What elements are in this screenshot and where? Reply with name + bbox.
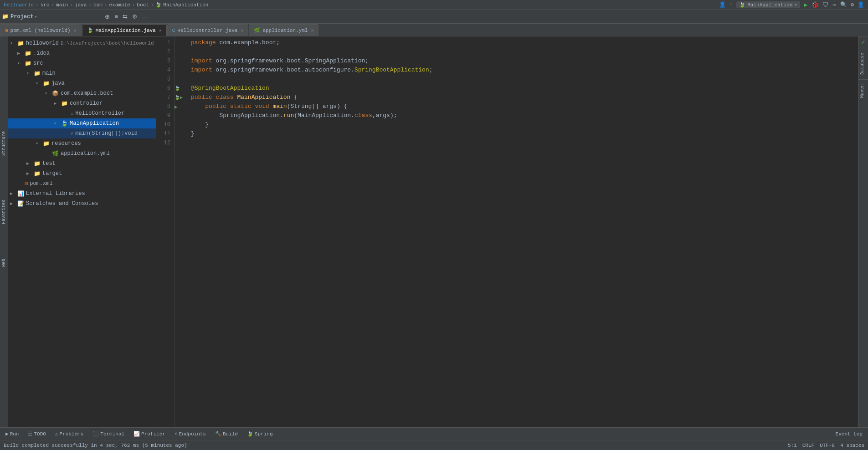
run-config-selector[interactable]: 🍃 MainApplication ▾ xyxy=(736,1,800,8)
tab-pom[interactable]: m pom.xml (helloworld) ✕ xyxy=(0,24,82,36)
endpoints-button[interactable]: ⚡ Endpoints xyxy=(173,430,208,438)
terminal-button[interactable]: ⬛ Terminal xyxy=(91,430,126,438)
project-label: Project xyxy=(10,14,33,20)
database-tab[interactable]: Database xyxy=(858,48,868,79)
fold-gutter-10[interactable]: — xyxy=(175,120,184,129)
breadcrumb-src[interactable]: src xyxy=(41,2,50,8)
maven-tab[interactable]: Maven xyxy=(858,79,868,102)
tree-item-target[interactable]: ▶ 📁 target xyxy=(8,169,156,179)
run-button[interactable]: ▶ xyxy=(804,1,807,9)
coverage-button[interactable]: 🛡 xyxy=(822,1,829,9)
tree-item-src[interactable]: ▾ 📁 src xyxy=(8,58,156,68)
breadcrumb-boot[interactable]: boot xyxy=(137,2,149,8)
tree-item-extlibs[interactable]: ▶ 📊 External Libraries xyxy=(8,189,156,199)
tab-hello[interactable]: C HelloController.java ✕ xyxy=(167,24,249,36)
status-message: Build completed successfully in 4 sec, 7… xyxy=(4,443,782,448)
line-ending[interactable]: CRLF xyxy=(802,443,814,448)
arrow-target: ▶ xyxy=(26,171,34,176)
profiler-button[interactable]: 📈 Profiler xyxy=(132,430,167,438)
cursor-position[interactable]: 5:1 xyxy=(788,443,797,448)
event-log-button[interactable]: Event Log xyxy=(834,430,864,438)
tree-item-pomxml[interactable]: m pom.xml xyxy=(8,179,156,189)
tree-item-hellocontroller[interactable]: ☕ HelloController xyxy=(8,108,156,118)
web-tab[interactable]: Web xyxy=(0,255,7,271)
arrow-java: ▾ xyxy=(36,81,43,86)
tree-item-resources[interactable]: ▾ 📁 resources xyxy=(8,138,156,148)
more-run-icon[interactable]: ⋯ xyxy=(832,1,836,9)
debug-button[interactable]: 🐞 xyxy=(811,1,819,9)
run-config-label: MainApplication xyxy=(747,2,792,8)
tree-label-java: java xyxy=(51,80,65,87)
arrow-src: ▾ xyxy=(17,61,25,66)
breadcrumb-helloworld[interactable]: helloworld xyxy=(4,2,34,8)
tree-label-main-method: main(String[]):void xyxy=(75,130,138,137)
run-gutter-7[interactable]: 🍃▶ xyxy=(175,93,184,102)
run-gutter-8[interactable]: ▶ xyxy=(175,102,184,111)
folder-helloworld-icon: 📁 xyxy=(17,40,24,47)
app-tab-close[interactable]: ✕ xyxy=(311,28,313,33)
account-button[interactable]: 👤 xyxy=(858,1,864,8)
user-icon[interactable]: 👤 xyxy=(719,1,726,8)
code-content[interactable]: package com.example.boot; import org.spr… xyxy=(184,36,858,427)
fold-button[interactable]: ⇆ xyxy=(121,12,129,21)
tree-item-applicationyml[interactable]: 🌿 application.yml xyxy=(8,148,156,159)
favorites-tab[interactable]: Favorites xyxy=(0,196,7,228)
tree-label-pomxml: pom.xml xyxy=(30,180,52,187)
status-right: 5:1 CRLF UTF-8 4 spaces xyxy=(788,443,864,448)
main-tab-close[interactable]: ✕ xyxy=(159,28,162,33)
endpoints-icon: ⚡ xyxy=(175,431,178,437)
folder-src-icon: 📁 xyxy=(25,60,31,67)
spring-button[interactable]: 🍃 Spring xyxy=(245,430,275,438)
tree-item-main-method[interactable]: ⚡ main(String[]):void xyxy=(8,128,156,138)
tree-label-idea: .idea xyxy=(33,50,50,56)
breadcrumb-com[interactable]: com xyxy=(93,2,103,8)
problems-button[interactable]: ⚠ Problems xyxy=(53,430,85,438)
tree-item-main[interactable]: ▾ 📁 main xyxy=(8,68,156,78)
tree-item-helloworld[interactable]: ▾ 📁 helloworld D:\JavaProjects\boot\hell… xyxy=(8,38,156,48)
tree-item-java[interactable]: ▾ 📁 java xyxy=(8,78,156,88)
new-file-button[interactable]: ⊕ xyxy=(103,12,112,21)
top-bar-controls: 👤 ↑ 🍃 MainApplication ▾ ▶ 🐞 🛡 ⋯ 🔍 ⚙ 👤 xyxy=(719,1,864,9)
tree-item-scratches[interactable]: ▶ 📝 Scratches and Consoles xyxy=(8,199,156,209)
code-line-1: package com.example.boot; xyxy=(191,38,858,47)
arrow-package: ▾ xyxy=(45,91,52,96)
breadcrumb-java[interactable]: java xyxy=(75,2,87,8)
pom-tab-icon: m xyxy=(5,28,8,33)
arrow-test: ▶ xyxy=(26,161,34,166)
pom-tab-close[interactable]: ✕ xyxy=(74,28,77,33)
tree-item-mainapplication[interactable]: ▾ 🍃 MainApplication xyxy=(8,118,156,128)
code-line-8: public static void main(String[] args) { xyxy=(191,102,858,111)
breadcrumb-example[interactable]: example xyxy=(109,2,130,8)
run-gutter-6[interactable]: 🍃 xyxy=(175,84,184,93)
event-log-label: Event Log xyxy=(836,431,863,437)
arrow-extlibs: ▶ xyxy=(10,191,17,196)
build-button[interactable]: 🔨 Build xyxy=(213,430,240,438)
project-dropdown-icon[interactable]: ▾ xyxy=(34,14,37,20)
settings-gear-button[interactable]: ⚙ xyxy=(130,12,139,21)
breadcrumb-main[interactable]: main xyxy=(56,2,68,8)
indent-setting[interactable]: 4 spaces xyxy=(840,443,864,448)
tree-item-package[interactable]: ▾ 📦 com.example.boot xyxy=(8,88,156,98)
sidebar: ▾ 📁 helloworld D:\JavaProjects\boot\hell… xyxy=(8,36,156,427)
breadcrumb-file: 🍃MainApplication xyxy=(155,2,208,8)
tab-main[interactable]: 🍃 MainApplication.java ✕ xyxy=(82,24,167,36)
hello-tab-close[interactable]: ✕ xyxy=(241,28,243,33)
todo-button[interactable]: ☰ TODO xyxy=(26,430,47,438)
tree-item-test[interactable]: ▶ 📁 test xyxy=(8,159,156,169)
tab-app[interactable]: 🌿 application.yml ✕ xyxy=(249,24,318,36)
vcs-icon[interactable]: ↑ xyxy=(729,2,733,8)
code-line-5 xyxy=(191,75,858,84)
charset[interactable]: UTF-8 xyxy=(820,443,835,448)
tree-item-controller[interactable]: ▶ 📁 controller xyxy=(8,98,156,108)
collapse-all-button[interactable]: ≡ xyxy=(113,12,120,21)
structure-tab[interactable]: Structure xyxy=(0,128,7,159)
tree-item-idea[interactable]: ▶ 📁 .idea xyxy=(8,48,156,58)
problems-icon: ⚠ xyxy=(55,431,58,437)
folder-target-icon: 📁 xyxy=(34,170,41,177)
tree-path-helloworld: D:\JavaProjects\boot\helloworld xyxy=(61,41,154,46)
search-button[interactable]: 🔍 xyxy=(840,1,847,8)
tree-label-src: src xyxy=(33,60,43,66)
run-button-bottom[interactable]: ▶ Run xyxy=(4,430,21,438)
minimize-button[interactable]: — xyxy=(140,12,150,21)
settings-button[interactable]: ⚙ xyxy=(851,1,854,8)
